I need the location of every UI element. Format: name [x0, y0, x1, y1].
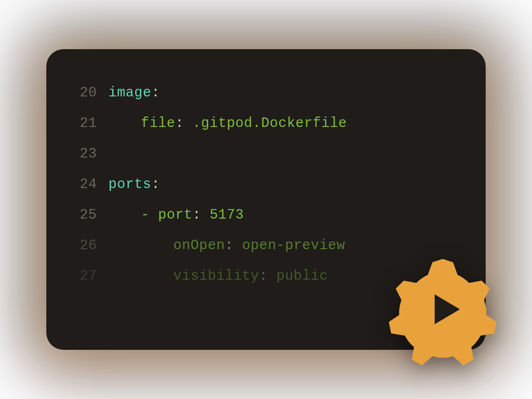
token-colon: : [175, 116, 192, 131]
code-editor-card: 20image:21file: .gitpod.Dockerfile2324po… [46, 49, 486, 350]
code-line: 23 [75, 139, 452, 169]
code-content: image: [108, 78, 160, 108]
token-subkey: visibility [173, 268, 259, 284]
code-content: file: .gitpod.Dockerfile [108, 108, 347, 139]
token-colon: : [225, 238, 242, 253]
token-colon: : [192, 207, 210, 223]
line-number: 23 [75, 139, 108, 169]
token-subkey: onOpen [173, 238, 225, 253]
code-line: 25- port: 5173 [75, 200, 452, 231]
token-colon: : [151, 177, 160, 192]
line-number: 21 [75, 108, 108, 139]
token-key: ports [108, 177, 151, 192]
token-colon: : [259, 268, 277, 284]
code-line: 20image: [75, 78, 452, 108]
token-value: 5173 [210, 207, 244, 223]
line-number: 26 [75, 231, 108, 261]
token-dash: - [141, 207, 158, 223]
code-content: onOpen: open-preview [108, 231, 345, 261]
code-content: visibility: public [108, 261, 328, 292]
line-number: 20 [75, 78, 108, 108]
token-value: .gitpod.Dockerfile [192, 116, 347, 131]
code-content: ports: [108, 169, 160, 200]
token-value: public [277, 268, 328, 284]
code-line: 21file: .gitpod.Dockerfile [75, 108, 452, 139]
token-value: open-preview [242, 238, 345, 253]
gear-play-icon [385, 252, 500, 367]
token-subkey: port [158, 207, 192, 223]
code-content: - port: 5173 [108, 200, 244, 231]
token-subkey: file [141, 116, 175, 131]
token-key: image [108, 85, 151, 101]
token-colon: : [151, 85, 160, 101]
line-number: 24 [75, 169, 108, 200]
line-number: 25 [75, 200, 108, 231]
line-number: 27 [75, 261, 108, 292]
code-line: 24ports: [75, 169, 452, 200]
